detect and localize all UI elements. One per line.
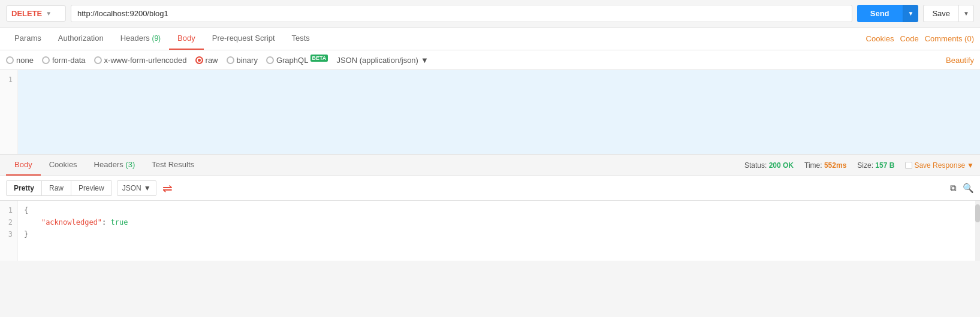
send-button[interactable]: Send: [857, 5, 903, 22]
resp-tab-headers[interactable]: Headers (3): [86, 155, 144, 176]
save-btn-group: Save ▼: [923, 5, 974, 22]
request-tabs: Params Authorization Headers (9) Body Pr…: [0, 28, 980, 50]
status-label: Status:: [744, 161, 767, 170]
tab-headers[interactable]: Headers (9): [112, 28, 169, 50]
opt-none[interactable]: none: [6, 56, 34, 65]
opt-form-data[interactable]: form-data: [42, 56, 86, 65]
comments-link[interactable]: Comments (0): [925, 34, 974, 43]
response-content: { "acknowledged": true }: [18, 201, 980, 261]
response-line-numbers: 1 2 3: [0, 201, 18, 261]
json-type-select[interactable]: JSON (application/json) ▼: [336, 56, 428, 65]
size-value: 157 B: [875, 161, 894, 170]
tab-params[interactable]: Params: [6, 28, 50, 50]
view-raw-button[interactable]: Raw: [42, 181, 71, 195]
size-label: Size:: [857, 161, 873, 170]
radio-x-www: [94, 56, 102, 64]
save-response-checkbox[interactable]: [905, 162, 912, 169]
resp-tab-body[interactable]: Body: [6, 155, 41, 176]
radio-raw: [195, 56, 203, 64]
json-chevron-icon: ▼: [421, 56, 429, 65]
body-options: none form-data x-www-form-urlencoded raw…: [0, 50, 980, 70]
resp-tab-test-results[interactable]: Test Results: [143, 155, 203, 176]
view-preview-button[interactable]: Preview: [71, 181, 111, 195]
url-input[interactable]: [71, 5, 852, 22]
opt-raw[interactable]: raw: [195, 56, 218, 65]
method-chevron-icon: ▼: [46, 10, 52, 17]
time-label: Time:: [804, 161, 822, 170]
tab-authorization[interactable]: Authorization: [50, 28, 112, 50]
method-select[interactable]: DELETE ▼: [6, 5, 66, 22]
response-body: 1 2 3 { "acknowledged": true }: [0, 201, 980, 261]
beautify-button[interactable]: Beautify: [946, 56, 974, 65]
code-link[interactable]: Code: [900, 34, 919, 43]
tab-body[interactable]: Body: [169, 28, 204, 50]
save-response-button[interactable]: Save Response ▼: [905, 161, 974, 170]
response-status: Status: 200 OK Time: 552ms Size: 157 B S…: [744, 161, 974, 170]
cookies-link[interactable]: Cookies: [866, 34, 894, 43]
response-toolbar-right: ⧉ 🔍: [950, 183, 974, 194]
beta-badge: BETA: [310, 55, 328, 62]
view-pretty-button[interactable]: Pretty: [7, 181, 42, 195]
opt-x-www[interactable]: x-www-form-urlencoded: [94, 56, 187, 65]
radio-none: [6, 56, 14, 64]
top-bar: DELETE ▼ Send ▼ Save ▼: [0, 0, 980, 28]
send-btn-group: Send ▼: [857, 5, 919, 22]
opt-binary[interactable]: binary: [227, 56, 258, 65]
wrap-icon[interactable]: ⇌: [162, 181, 173, 195]
status-value: 200 OK: [769, 161, 794, 170]
request-tab-right: Cookies Code Comments (0): [866, 34, 974, 43]
tab-tests[interactable]: Tests: [284, 28, 318, 50]
format-chevron-icon: ▼: [144, 184, 151, 192]
format-select[interactable]: JSON ▼: [117, 180, 156, 196]
search-button[interactable]: 🔍: [963, 183, 974, 194]
tab-pre-request[interactable]: Pre-request Script: [204, 28, 284, 50]
save-button[interactable]: Save: [923, 5, 958, 22]
response-tabs: Body Cookies Headers (3) Test Results St…: [0, 155, 980, 176]
resp-tab-cookies[interactable]: Cookies: [41, 155, 86, 176]
radio-graphql: [266, 56, 274, 64]
send-dropdown-button[interactable]: ▼: [903, 5, 919, 22]
editor-line-numbers: 1: [0, 70, 18, 154]
method-label: DELETE: [11, 9, 42, 18]
vertical-scrollbar[interactable]: [975, 201, 980, 261]
radio-form-data: [42, 56, 50, 64]
save-response-chevron-icon: ▼: [967, 161, 974, 170]
save-dropdown-button[interactable]: ▼: [958, 5, 974, 22]
scrollbar-thumb: [975, 204, 980, 222]
view-btn-group: Pretty Raw Preview: [6, 180, 112, 196]
time-value: 552ms: [824, 161, 846, 170]
request-editor: 1: [0, 70, 980, 155]
radio-binary: [227, 56, 234, 64]
editor-input[interactable]: [18, 70, 980, 154]
copy-button[interactable]: ⧉: [950, 183, 957, 194]
response-toolbar: Pretty Raw Preview JSON ▼ ⇌ ⧉ 🔍: [0, 176, 980, 201]
opt-graphql[interactable]: GraphQL BETA: [266, 55, 328, 65]
